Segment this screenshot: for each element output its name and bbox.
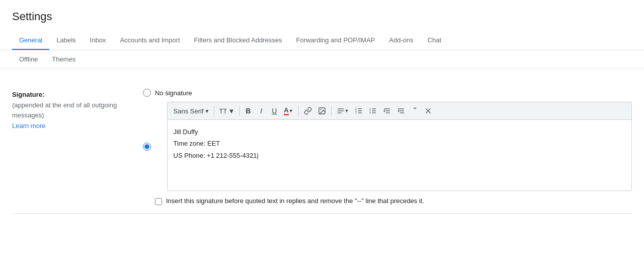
svg-point-14 [370, 108, 371, 109]
custom-signature-option: Sans Serif ▼ TT ▼ B I U A [143, 102, 632, 191]
font-color-icon: A [284, 106, 288, 115]
signature-heading: Signature: [12, 91, 44, 98]
tab-inbox[interactable]: Inbox [83, 31, 113, 50]
tab-accounts-import[interactable]: Accounts and Import [113, 31, 187, 50]
toolbar-separator-1 [214, 106, 214, 116]
signature-setting-row: Signature: (appended at the end of all o… [12, 81, 632, 214]
image-icon [318, 107, 326, 115]
indent-more-button[interactable] [394, 104, 408, 117]
bold-button[interactable]: B [242, 104, 254, 117]
no-signature-option: No signature [143, 89, 632, 97]
tab-add-ons[interactable]: Add-ons [382, 31, 420, 50]
main-tabs: General Labels Inbox Accounts and Import… [0, 31, 644, 50]
sub-tab-offline[interactable]: Offline [12, 50, 45, 68]
svg-point-15 [370, 110, 371, 111]
bullet-list-icon [369, 107, 377, 115]
numbered-list-button[interactable]: 1 2 3 [352, 104, 365, 117]
align-button[interactable]: ▼ [334, 104, 352, 117]
toolbar-separator-4 [331, 106, 332, 116]
signature-text-editor[interactable]: Jill Duffy Time zone: EET US Phone: +1 2… [168, 120, 631, 191]
signature-before-quote-label[interactable]: Insert this signature before quoted text… [166, 197, 424, 205]
indent-more-icon [397, 107, 405, 115]
font-color-button[interactable]: A ▼ [281, 104, 295, 117]
font-color-arrow: ▼ [289, 108, 293, 113]
font-family-label: Sans Serif [174, 107, 204, 115]
svg-text:3: 3 [356, 111, 357, 114]
settings-content: Signature: (appended at the end of all o… [0, 69, 644, 226]
font-family-dropdown[interactable]: Sans Serif ▼ [172, 104, 212, 117]
signature-controls: No signature Sans Serif ▼ TT ▼ [143, 89, 632, 205]
learn-more-link[interactable]: Learn more [12, 122, 133, 130]
signature-line-2: Time zone: EET [174, 138, 625, 149]
tab-chat[interactable]: Chat [421, 31, 448, 50]
signature-line-1: Jill Duffy [174, 126, 625, 138]
signature-description: (appended at the end of all outgoing mes… [12, 100, 133, 120]
page-title: Settings [0, 0, 644, 31]
remove-format-icon [424, 107, 432, 115]
no-signature-label[interactable]: No signature [155, 89, 192, 97]
link-icon [304, 107, 312, 115]
align-icon [337, 107, 345, 115]
no-signature-radio[interactable] [143, 89, 151, 97]
signature-checkbox-row: Insert this signature before quoted text… [155, 197, 632, 205]
font-size-label: TT [219, 107, 227, 115]
signature-label-area: Signature: (appended at the end of all o… [12, 89, 143, 130]
sub-tab-themes[interactable]: Themes [45, 50, 83, 68]
toolbar-separator-2 [239, 106, 239, 116]
signature-editor: Sans Serif ▼ TT ▼ B I U A [167, 102, 632, 191]
tab-filters-blocked[interactable]: Filters and Blocked Addresses [187, 31, 289, 50]
custom-signature-radio[interactable] [143, 143, 151, 151]
remove-format-button[interactable] [422, 104, 435, 117]
signature-toolbar: Sans Serif ▼ TT ▼ B I U A [168, 102, 631, 120]
tab-forwarding-pop[interactable]: Forwarding and POP/IMAP [289, 31, 382, 50]
font-family-arrow-icon: ▼ [205, 108, 210, 114]
numbered-list-icon: 1 2 3 [355, 107, 363, 115]
link-button[interactable] [301, 104, 314, 117]
image-button[interactable] [315, 104, 329, 117]
tab-labels[interactable]: Labels [49, 31, 83, 50]
indent-less-icon [383, 107, 391, 115]
svg-point-1 [320, 109, 321, 110]
sub-tabs: Offline Themes [0, 50, 644, 69]
toolbar-separator-3 [298, 106, 299, 116]
italic-button[interactable]: I [255, 104, 267, 117]
font-size-arrow-icon: ▼ [228, 107, 234, 115]
bullet-list-button[interactable] [366, 104, 379, 117]
indent-less-button[interactable] [380, 104, 393, 117]
tab-general[interactable]: General [12, 31, 49, 50]
svg-point-16 [370, 112, 371, 113]
signature-before-quote-checkbox[interactable] [155, 198, 162, 205]
font-size-button[interactable]: TT ▼ [217, 104, 236, 117]
quote-button[interactable]: " [409, 104, 421, 117]
underline-button[interactable]: U [268, 104, 280, 117]
align-arrow: ▼ [345, 108, 349, 113]
signature-line-3: US Phone: +1 212-555-4321 [174, 150, 625, 161]
